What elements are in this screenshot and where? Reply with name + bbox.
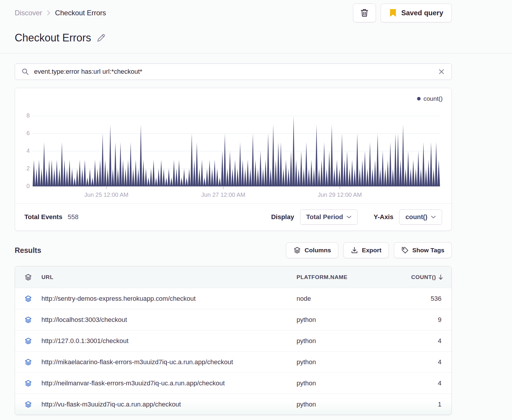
yaxis-dropdown[interactable]: count()	[399, 209, 442, 225]
results-heading: Results	[15, 246, 41, 255]
chart-legend-count[interactable]: count()	[417, 95, 443, 102]
table-header-row: URL PLATFORM.NAME COUNT()	[15, 266, 451, 288]
breadcrumb-discover-link[interactable]: Discover	[15, 9, 42, 17]
columns-button[interactable]: Columns	[286, 242, 338, 258]
table-header-layers-icon[interactable]	[15, 273, 41, 281]
row-count: 536	[411, 295, 451, 303]
column-header-url[interactable]: URL	[41, 274, 297, 280]
y-tick-label: 0	[17, 183, 30, 189]
yaxis-dropdown-value: count()	[405, 213, 427, 221]
export-button[interactable]: Export	[343, 242, 389, 258]
row-url: http://127.0.0.1:3001/checkout	[41, 337, 297, 345]
clear-search-icon[interactable]	[438, 68, 445, 75]
x-tick-label: Jun 25 12:00 AM	[74, 191, 139, 198]
chevron-down-icon	[431, 215, 436, 219]
chevron-down-icon	[347, 215, 352, 219]
row-url: http://localhost:3003/checkout	[41, 316, 297, 324]
results-table: URL PLATFORM.NAME COUNT() http://sentry-…	[15, 266, 452, 415]
legend-label: count()	[424, 95, 443, 102]
download-icon	[351, 246, 358, 254]
bookmark-icon	[389, 9, 397, 17]
sort-desc-arrow-icon	[438, 274, 443, 280]
results-actions: Columns Export Show Tags	[286, 242, 452, 258]
row-actions-layers-icon[interactable]	[15, 337, 41, 345]
row-platform: node	[297, 295, 411, 303]
events-chart-panel: count() 86420 Jun 25 12:00 AMJun 27 12:0…	[15, 88, 452, 231]
search-bar: event.type:error has:url url:*checkout*	[15, 63, 452, 80]
top-bar: Discover Checkout Errors Saved query	[15, 4, 452, 22]
legend-dot	[417, 97, 421, 100]
chevron-right-icon	[46, 10, 51, 16]
x-tick-label: Jun 29 12:00 AM	[307, 191, 372, 198]
show-tags-label: Show Tags	[412, 247, 444, 254]
discover-page: Discover Checkout Errors Saved query Che…	[15, 0, 452, 415]
show-tags-button[interactable]: Show Tags	[394, 242, 452, 258]
row-platform: python	[297, 358, 411, 366]
x-tick-label: Jun 27 12:00 AM	[191, 191, 256, 198]
layers-icon	[293, 246, 301, 254]
export-label: Export	[362, 247, 382, 254]
chart-y-axis: 86420	[17, 116, 30, 186]
tag-icon	[401, 246, 409, 254]
row-actions-layers-icon[interactable]	[15, 316, 41, 324]
saved-query-label: Saved query	[401, 9, 443, 17]
row-url: http://vu-flask-m3uuizd7iq-uc.a.run.app/…	[41, 401, 297, 408]
events-chart-plot[interactable]	[33, 116, 440, 190]
chart-controls: Display Total Period Y-Axis count()	[271, 209, 442, 225]
table-row: http://127.0.0.1:3001/checkout python 4	[15, 330, 451, 351]
display-label: Display	[271, 213, 294, 221]
table-row: http://sentry-demos-express.herokuapp.co…	[15, 288, 451, 309]
results-table-body: http://sentry-demos-express.herokuapp.co…	[15, 288, 451, 415]
yaxis-label: Y-Axis	[374, 213, 393, 221]
page-title-row: Checkout Errors	[15, 31, 452, 45]
row-platform: python	[297, 316, 411, 324]
row-count: 9	[411, 316, 451, 324]
row-url: http://sentry-demos-express.herokuapp.co…	[41, 295, 297, 303]
row-actions-layers-icon[interactable]	[15, 358, 41, 366]
breadcrumb: Discover Checkout Errors	[15, 4, 106, 22]
count-header-label: COUNT()	[411, 274, 436, 280]
trash-icon	[360, 8, 369, 18]
y-tick-label: 8	[17, 112, 30, 119]
chart-footer: Total Events 558 Display Total Period Y-…	[15, 203, 451, 231]
display-dropdown-value: Total Period	[306, 213, 343, 221]
row-url: http://mikaelacarino-flask-errors-m3uuiz…	[41, 358, 297, 366]
column-header-count[interactable]: COUNT()	[411, 274, 452, 280]
table-row: http://neilmanvar-flask-errors-m3uuizd7i…	[15, 372, 451, 394]
row-count: 1	[411, 401, 451, 408]
y-tick-label: 2	[17, 165, 30, 172]
y-tick-label: 4	[17, 147, 30, 154]
page-title: Checkout Errors	[15, 32, 91, 44]
table-row: http://vu-flask-m3uuizd7iq-uc.a.run.app/…	[15, 394, 451, 415]
header-divider	[0, 53, 512, 53]
top-actions: Saved query	[353, 4, 452, 22]
row-platform: python	[297, 401, 411, 408]
breadcrumb-current: Checkout Errors	[55, 9, 106, 17]
table-row: http://localhost:3003/checkout python 9	[15, 309, 451, 330]
row-actions-layers-icon[interactable]	[15, 295, 41, 303]
chart-x-axis: Jun 25 12:00 AMJun 27 12:00 AMJun 29 12:…	[33, 191, 440, 199]
delete-query-button[interactable]	[353, 4, 376, 22]
total-events-value: 558	[68, 213, 78, 221]
column-header-platform[interactable]: PLATFORM.NAME	[297, 274, 411, 280]
edit-title-pencil-icon[interactable]	[96, 33, 106, 43]
saved-query-button[interactable]: Saved query	[381, 4, 452, 22]
row-platform: python	[297, 379, 411, 387]
display-dropdown[interactable]: Total Period	[300, 209, 358, 225]
results-header-row: Results Columns Export Show Tags	[15, 242, 452, 258]
row-count: 4	[411, 337, 451, 345]
row-actions-layers-icon[interactable]	[15, 401, 41, 408]
row-count: 4	[411, 379, 451, 387]
table-row: http://mikaelacarino-flask-errors-m3uuiz…	[15, 351, 451, 372]
row-actions-layers-icon[interactable]	[15, 379, 41, 387]
total-events-label: Total Events	[24, 213, 62, 221]
search-input[interactable]: event.type:error has:url url:*checkout*	[34, 68, 433, 75]
y-tick-label: 6	[17, 130, 30, 137]
events-chart-svg	[33, 116, 440, 190]
row-count: 4	[411, 358, 451, 366]
row-platform: python	[297, 337, 411, 345]
columns-label: Columns	[304, 247, 331, 254]
search-icon	[21, 68, 29, 75]
row-url: http://neilmanvar-flask-errors-m3uuizd7i…	[41, 379, 297, 387]
